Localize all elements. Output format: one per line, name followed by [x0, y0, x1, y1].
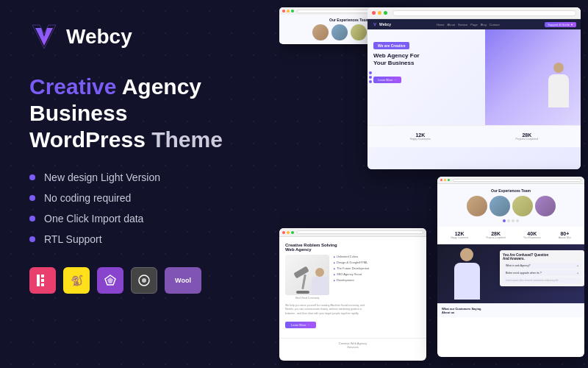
team-photo-3 — [512, 196, 533, 216]
stats-bar: 12K Happy Customers 28K Projects Complet… — [368, 125, 581, 147]
bullet-icon — [29, 236, 35, 242]
stat-28k-number: 28K — [516, 132, 539, 138]
hero-text: We are Creative Web Agency ForYour Busin… — [368, 29, 485, 125]
nav-contact: Contact — [490, 23, 500, 26]
third-team-title: Our Experiences Team — [442, 188, 580, 193]
person-body — [454, 263, 480, 300]
site-logo: Webcy — [372, 21, 391, 27]
social-icons — [369, 71, 372, 83]
badges-row: 🐒 Wool — [29, 267, 279, 294]
person-head — [460, 248, 473, 261]
carousel-dots — [442, 219, 580, 222]
faq-question: Better need upgrade when its ? — [506, 272, 542, 275]
site-logo-icon — [372, 21, 378, 27]
feature-label: One Click Import data — [44, 213, 143, 224]
maximize-dot — [384, 11, 387, 15]
team-photo-1 — [467, 196, 487, 216]
browser-chrome — [368, 7, 581, 19]
faq-toggle[interactable]: + — [577, 272, 578, 275]
secondary-bottom-label: Creative Web AgencyServices — [279, 338, 426, 352]
customers-section: What our Customers SayingAbout us — [437, 303, 584, 317]
nav-links: Home About Service Page Blog Contact — [437, 23, 500, 26]
main-title: Creative Agency Business WordPress Theme — [29, 74, 279, 153]
feature-item-1: New design Light Version — [29, 171, 279, 183]
lamp-arm — [301, 275, 306, 289]
site-logo-text: Webcy — [379, 22, 391, 26]
svg-rect-3 — [41, 275, 44, 277]
title-theme: Theme — [151, 127, 223, 152]
nav-blog: Blog — [481, 23, 487, 26]
stat-label: Happy Customers — [451, 236, 468, 239]
left-panel: Webcy Creative Agency Business WordPress… — [0, 0, 309, 368]
nav-about: About — [448, 23, 455, 26]
site-navbar: Webcy Home About Service Page Blog Conta… — [368, 19, 581, 29]
dot-1 — [503, 219, 506, 222]
nav-page: Page — [470, 23, 477, 26]
hero-image — [485, 29, 581, 125]
right-panel: Our Experiences Team — [279, 0, 588, 368]
secondary-title: Creative Roblem SolvingWeb Agency — [285, 243, 420, 252]
third-stats: 12K Happy Customers 28K Projects Complet… — [437, 227, 584, 244]
faq-item-2: Better need upgrade when its ? + — [503, 270, 581, 276]
stat-12k-label: Happy Customers — [410, 138, 431, 141]
bullet-icon — [29, 195, 35, 201]
faq-question: What is web Agency? — [506, 264, 530, 267]
hero-cta-button[interactable]: Learn More → — [373, 77, 401, 83]
feature-item-4: RTL Support — [29, 233, 279, 245]
stat-num: 28K — [486, 231, 505, 236]
svg-marker-10 — [373, 23, 376, 26]
secondary-features: Unlimited Colors Design & Google/HTML Th… — [334, 255, 420, 300]
stat-label: Awards Won — [559, 236, 571, 239]
stat-12k: 12K Happy Customers — [410, 132, 431, 141]
secondary-image: Hired Virtual Community — [285, 255, 329, 300]
stat-12k-number: 12K — [410, 132, 431, 138]
nav-home: Home — [437, 23, 445, 26]
secondary-photo — [285, 255, 329, 295]
team-photo-4 — [535, 196, 556, 216]
faq-overlay: You Are Confused? QuestionAnd Answers. W… — [500, 250, 584, 286]
address-bar — [392, 10, 576, 16]
logo-text: Webcy — [66, 25, 132, 49]
woo-badge: Wool — [165, 267, 201, 294]
minimize-dot — [378, 11, 381, 15]
main-container: Webcy Creative Agency Business WordPress… — [0, 0, 588, 368]
logo-area: Webcy — [29, 22, 279, 52]
third-team-section: Our Experiences Team — [437, 184, 584, 227]
stat-label: Yrs of Experience — [523, 236, 541, 239]
feature-item-2: No coding required — [29, 192, 279, 204]
team-photo-2 — [490, 196, 510, 216]
faq-toggle[interactable]: + — [577, 264, 578, 267]
customers-title: What our Customers SayingAbout us — [442, 307, 580, 314]
mailchimp-badge: 🐒 — [63, 267, 90, 294]
secondary-cta[interactable]: Learn More → — [285, 322, 316, 328]
feature-item: Development — [334, 278, 420, 282]
close-dot — [372, 11, 376, 15]
third-person-section: You Are Confused? QuestionAnd Answers. W… — [437, 244, 584, 303]
third-screenshot: Our Experiences Team 12K H — [437, 177, 584, 357]
stat-28k: 28K Projects Completed — [486, 231, 505, 239]
nav-cta-button[interactable]: Support & Guide ▼ — [545, 22, 576, 27]
stat-40k: 40K Yrs of Experience — [523, 231, 541, 239]
hero-content: We are Creative Web Agency ForYour Busin… — [368, 29, 581, 125]
dot-2 — [507, 219, 510, 222]
trello-badge — [97, 267, 123, 294]
hero-heading: Web Agency ForYour Business — [373, 52, 479, 68]
feature-item: Unlimited Colors — [334, 255, 420, 258]
revolution-badge — [131, 267, 157, 294]
features-list: New design Light Version No coding requi… — [29, 171, 279, 245]
third-photos — [442, 196, 580, 216]
svg-rect-2 — [37, 275, 40, 286]
feature-item: Design & Google/HTML — [334, 261, 420, 264]
person-head — [553, 63, 564, 73]
title-highlight: Creative — [29, 74, 116, 99]
title-part3: WordPress — [29, 127, 151, 152]
feature-label: RTL Support — [44, 233, 102, 245]
stat-label: Projects Completed — [486, 236, 505, 239]
dot-3 — [512, 219, 514, 222]
svg-point-9 — [142, 278, 146, 283]
bullet-icon — [29, 216, 35, 222]
person-body — [548, 74, 569, 107]
dot-4 — [516, 219, 519, 222]
bullet-icon — [29, 174, 35, 180]
lamp-head — [293, 266, 309, 279]
